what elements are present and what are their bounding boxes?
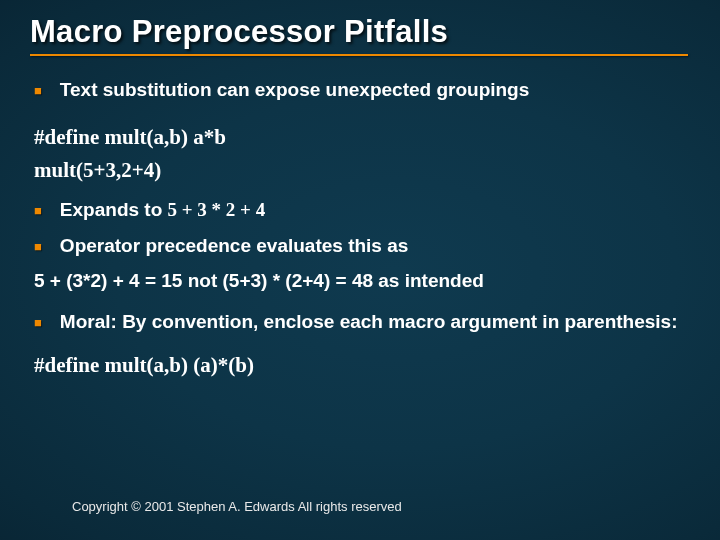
slide-content: ■ Text substitution can expose unexpecte… [30,78,690,379]
bullet-text: Moral: By convention, enclose each macro… [60,310,690,334]
inline-code: 5 + 3 * 2 + 4 [168,199,266,220]
bullet-text: Text substitution can expose unexpected … [60,78,690,102]
bullet-item: ■ Moral: By convention, enclose each mac… [34,310,690,334]
bullet-item: ■ Expands to 5 + 3 * 2 + 4 [34,198,690,222]
title-underline [30,54,688,56]
bullet-icon: ■ [34,239,42,255]
slide-title: Macro Preprocessor Pitfalls [30,14,690,50]
slide: Macro Preprocessor Pitfalls ■ Text subst… [0,0,720,540]
bullet-icon: ■ [34,315,42,331]
code-block: #define mult(a,b) a*b mult(5+3,2+4) [34,124,690,185]
code-line: #define mult(a,b) a*b [34,124,690,151]
code-block: #define mult(a,b) (a)*(b) [34,352,690,379]
bullet-text: Expands to 5 + 3 * 2 + 4 [60,198,690,222]
bullet-icon: ■ [34,203,42,219]
bullet-item: ■ Text substitution can expose unexpecte… [34,78,690,102]
code-line: #define mult(a,b) (a)*(b) [34,352,690,379]
bullet-text-part: Expands to [60,199,168,220]
bullet-item: ■ Operator precedence evaluates this as [34,234,690,258]
bullet-text: Operator precedence evaluates this as [60,234,690,258]
bullet-icon: ■ [34,83,42,99]
code-line: mult(5+3,2+4) [34,157,690,184]
plain-text: 5 + (3*2) + 4 = 15 not (5+3) * (2+4) = 4… [34,270,690,292]
copyright-footer: Copyright © 2001 Stephen A. Edwards All … [72,499,402,514]
